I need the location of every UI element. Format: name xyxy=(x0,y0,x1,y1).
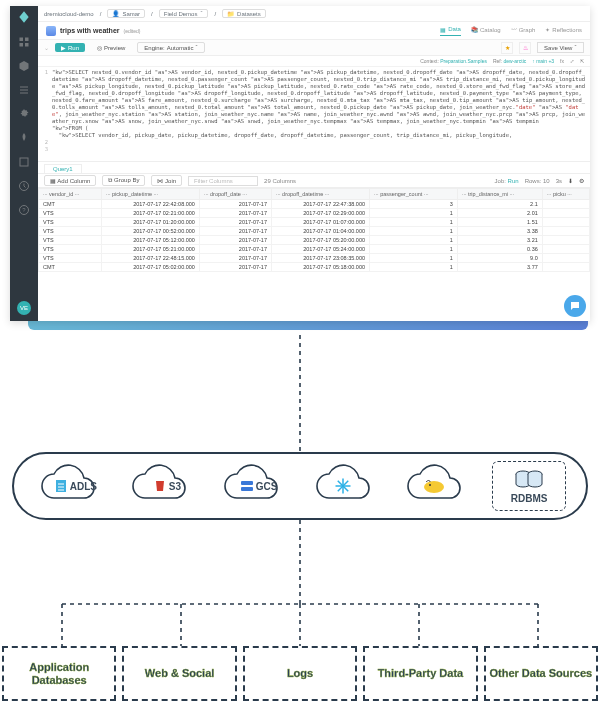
source-application-databases: Application Databases xyxy=(2,646,116,701)
cloud-s3: S3 xyxy=(125,464,193,508)
help-icon[interactable]: ? xyxy=(18,204,30,216)
left-nav: ? VE xyxy=(10,6,38,321)
context-link[interactable]: Preparation.Samples xyxy=(440,58,487,64)
svg-rect-18 xyxy=(241,481,253,485)
source-layer: Application Databases Web & Social Logs … xyxy=(2,646,598,701)
dremio-logo-icon xyxy=(17,10,31,24)
dataset-icon xyxy=(46,26,56,36)
preview-button[interactable]: ◎ Preview xyxy=(91,43,131,52)
avatar[interactable]: VE xyxy=(17,301,31,315)
source-third-party: Third-Party Data xyxy=(363,646,477,701)
sql-editor[interactable]: 123 "kw">SELECT nested_0.vendor_id "as">… xyxy=(38,67,590,162)
cloud-adls: ADLS xyxy=(34,464,102,508)
main-link[interactable]: ↑ main +3 xyxy=(532,58,554,64)
ref-link[interactable]: dew-arctic xyxy=(503,58,526,64)
group-by-button[interactable]: ⧉ Group By xyxy=(102,175,145,186)
toolbar-flame-icon[interactable]: ♨ xyxy=(519,42,531,54)
svg-rect-10 xyxy=(20,43,24,47)
svg-rect-8 xyxy=(20,38,24,42)
storage-layer: ADLS S3 GCS RDBMS xyxy=(12,452,588,520)
query-tab[interactable]: Query1 xyxy=(44,164,82,173)
job-link[interactable]: Run xyxy=(508,178,519,184)
s3-icon xyxy=(154,479,166,493)
gcs-icon xyxy=(241,480,253,492)
save-view-button[interactable]: Save View ˅ xyxy=(537,42,584,53)
edited-badge: (edited) xyxy=(124,28,141,34)
add-column-button[interactable]: ▦ Add Column xyxy=(44,175,96,186)
column-count: 29 Columns xyxy=(264,178,296,184)
crumb-org[interactable]: dremiocloud-demo xyxy=(44,11,94,17)
svg-rect-13 xyxy=(20,158,28,166)
svg-rect-11 xyxy=(25,43,29,47)
box-icon[interactable] xyxy=(18,156,30,168)
list-icon[interactable] xyxy=(18,84,30,96)
cloud-gcs: GCS xyxy=(217,464,285,508)
source-logs: Logs xyxy=(243,646,357,701)
snowflake-icon xyxy=(334,477,352,495)
adls-icon xyxy=(55,480,67,492)
grid-icon[interactable] xyxy=(18,36,30,48)
context-bar: Context: Preparation.Samples Ref: dew-ar… xyxy=(38,56,590,67)
cog-icon[interactable] xyxy=(18,108,30,120)
join-button[interactable]: ⋈ Join xyxy=(151,175,182,186)
crumb-item[interactable]: 📁 Datasets xyxy=(222,9,266,18)
svg-point-25 xyxy=(429,484,431,486)
tab-data[interactable]: ▦ Data xyxy=(440,26,461,36)
app-screenshot: ? VE dremiocloud-demo / 👤 Samar / Field … xyxy=(0,0,600,340)
grid-toolbar: ▦ Add Column ⧉ Group By ⋈ Join Filter Co… xyxy=(38,174,590,188)
detail-tabs: ▦ Data 📚 Catalog 〰 Graph ✦ Reflections xyxy=(440,26,582,36)
clock-icon[interactable] xyxy=(18,180,30,192)
page-title: trips with weather xyxy=(60,27,120,34)
cloud-snowflake xyxy=(309,464,377,508)
download-icon[interactable]: ⬇ xyxy=(568,177,573,184)
svg-rect-9 xyxy=(25,38,29,42)
svg-point-24 xyxy=(424,481,444,493)
engine-select[interactable]: Engine: Automatic ˅ xyxy=(137,42,205,53)
fx-icon[interactable]: fx xyxy=(560,58,564,64)
tab-graph[interactable]: 〰 Graph xyxy=(511,26,536,36)
source-web-social: Web & Social xyxy=(122,646,236,701)
toolbar-star-icon[interactable]: ★ xyxy=(501,42,513,54)
filter-columns-input[interactable]: Filter Columns xyxy=(188,176,258,186)
results-grid[interactable]: ··· vendor_id ······ pickup_datetime ···… xyxy=(38,188,590,321)
cloud-rdbms: RDBMS xyxy=(492,461,566,511)
rocket-icon[interactable] xyxy=(18,132,30,144)
settings-icon[interactable]: ⚙ xyxy=(579,177,584,184)
run-button[interactable]: ▶ Run xyxy=(55,43,85,52)
expand-icon[interactable]: ⤢ xyxy=(570,58,574,64)
source-other: Other Data Sources xyxy=(484,646,598,701)
crumb-folder[interactable]: Field Demos ˅ xyxy=(159,9,209,18)
cube-icon[interactable] xyxy=(18,60,30,72)
chat-icon[interactable] xyxy=(564,295,586,317)
cloud-hadoop xyxy=(400,464,468,508)
crumb-user[interactable]: 👤 Samar xyxy=(107,9,145,18)
tab-catalog[interactable]: 📚 Catalog xyxy=(471,26,501,36)
hadoop-icon xyxy=(422,478,446,494)
svg-text:?: ? xyxy=(22,207,26,213)
breadcrumb: dremiocloud-demo / 👤 Samar / Field Demos… xyxy=(38,6,590,22)
rdbms-icon xyxy=(514,469,544,491)
tab-reflections[interactable]: ✦ Reflections xyxy=(545,26,582,36)
collapse-icon[interactable]: ⇱ xyxy=(580,58,584,64)
svg-rect-19 xyxy=(241,487,253,491)
toolbar: ⌄ ▶ Run ◎ Preview Engine: Automatic ˅ ★ … xyxy=(38,40,590,56)
